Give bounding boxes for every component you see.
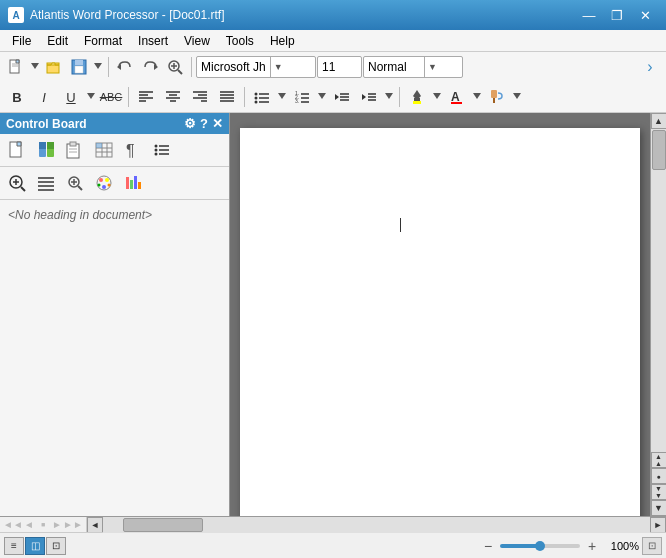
new-dropdown-button[interactable] xyxy=(29,55,41,79)
indent-dropdown[interactable] xyxy=(383,85,395,109)
style-dropdown[interactable]: Normal ▼ xyxy=(363,56,463,78)
horizontal-scrollbar: ◄◄ ◄ ■ ► ►► ◄ ► xyxy=(0,516,666,532)
scroll-left-button[interactable]: ◄ xyxy=(87,517,103,533)
menu-view[interactable]: View xyxy=(176,32,218,50)
align-justify-button[interactable] xyxy=(214,85,240,109)
help-icon[interactable]: ? xyxy=(200,116,208,131)
new-button[interactable] xyxy=(4,55,28,79)
bullets-dropdown[interactable] xyxy=(276,85,288,109)
align-center-button[interactable] xyxy=(160,85,186,109)
cb-clipboard[interactable] xyxy=(61,137,89,163)
redo-button[interactable] xyxy=(138,55,162,79)
numbering-button[interactable]: 1.2.3. xyxy=(289,85,315,109)
font-dropdown-arrow: ▼ xyxy=(270,57,286,77)
cb-find[interactable] xyxy=(61,170,89,196)
menu-file[interactable]: File xyxy=(4,32,39,50)
nav-prev-prev-button[interactable]: ◄◄ xyxy=(4,518,22,532)
cb-list[interactable] xyxy=(148,137,176,163)
font-color-button[interactable]: A xyxy=(444,85,470,109)
cb-lines[interactable] xyxy=(32,170,60,196)
zoom-out-button[interactable]: − xyxy=(479,537,497,555)
style-name: Normal xyxy=(364,60,424,74)
document-area[interactable] xyxy=(230,113,650,516)
nav-next-button[interactable]: ► xyxy=(50,518,64,532)
nav-next-next-button[interactable]: ►► xyxy=(64,518,82,532)
toolbar-container: Microsoft Jh ▼ 11 ▼ Normal ▼ › B I U xyxy=(0,52,666,113)
view-mode-1[interactable]: ≡ xyxy=(4,537,24,555)
undo-button[interactable] xyxy=(113,55,137,79)
align-left-button[interactable] xyxy=(133,85,159,109)
scroll-down-button[interactable]: ▼ xyxy=(651,500,667,516)
highlight-dropdown[interactable] xyxy=(431,85,443,109)
zoom-thumb[interactable] xyxy=(535,541,545,551)
scroll-center[interactable]: ● xyxy=(651,468,667,484)
menu-format[interactable]: Format xyxy=(76,32,130,50)
cb-paragraph[interactable]: ¶ xyxy=(119,137,147,163)
settings-icon[interactable]: ⚙ xyxy=(184,116,196,131)
highlight-button[interactable] xyxy=(404,85,430,109)
find-replace-button[interactable] xyxy=(163,55,187,79)
zoom-slider[interactable] xyxy=(500,544,580,548)
svg-text:A: A xyxy=(451,90,460,104)
indent-decrease-button[interactable] xyxy=(329,85,355,109)
svg-rect-69 xyxy=(39,142,46,149)
cb-zoom[interactable] xyxy=(3,170,31,196)
underline-button[interactable]: U xyxy=(58,85,84,109)
svg-marker-56 xyxy=(413,90,421,98)
numbering-dropdown[interactable] xyxy=(316,85,328,109)
menu-help[interactable]: Help xyxy=(262,32,303,50)
cb-bookmark[interactable] xyxy=(32,137,60,163)
separator-4 xyxy=(244,87,245,107)
scroll-page-down[interactable]: ▼▼ xyxy=(651,484,667,500)
font-dropdown[interactable]: Microsoft Jh ▼ xyxy=(196,56,316,78)
cb-palette[interactable] xyxy=(90,170,118,196)
h-scroll-thumb[interactable] xyxy=(123,518,203,532)
open-button[interactable] xyxy=(42,55,66,79)
view-mode-2[interactable]: ◫ xyxy=(25,537,45,555)
scroll-thumb[interactable] xyxy=(652,130,666,170)
scroll-track[interactable] xyxy=(651,129,666,452)
font-color-dropdown[interactable] xyxy=(471,85,483,109)
nav-stop-button[interactable]: ■ xyxy=(36,518,50,532)
bold-button[interactable]: B xyxy=(4,85,30,109)
zoom-in-button[interactable]: + xyxy=(583,537,601,555)
cb-table[interactable] xyxy=(90,137,118,163)
bullets-button[interactable] xyxy=(249,85,275,109)
separator-1 xyxy=(108,57,109,77)
svg-marker-62 xyxy=(473,93,481,99)
save-button[interactable] xyxy=(67,55,91,79)
menu-insert[interactable]: Insert xyxy=(130,32,176,50)
cb-close-icon[interactable]: ✕ xyxy=(212,116,223,131)
paint-format-button[interactable] xyxy=(484,85,510,109)
svg-text:¶: ¶ xyxy=(126,142,135,159)
underline-dropdown[interactable] xyxy=(85,85,97,109)
cb-bars[interactable] xyxy=(119,170,147,196)
control-board-toolbar-1: ¶ xyxy=(0,134,229,167)
menu-tools[interactable]: Tools xyxy=(218,32,262,50)
page-fit-button[interactable]: ⊡ xyxy=(642,537,662,555)
menu-edit[interactable]: Edit xyxy=(39,32,76,50)
view-mode-3[interactable]: ⊡ xyxy=(46,537,66,555)
svg-rect-8 xyxy=(75,66,83,73)
scroll-right-button[interactable]: ► xyxy=(650,517,666,533)
minimize-button[interactable]: — xyxy=(576,5,602,25)
italic-button[interactable]: I xyxy=(31,85,57,109)
save-dropdown[interactable] xyxy=(92,55,104,79)
strikethrough-button[interactable]: ABC xyxy=(98,85,124,109)
h-scroll-track[interactable] xyxy=(103,517,650,533)
cb-new-doc[interactable] xyxy=(3,137,31,163)
scroll-page-up[interactable]: ▲▲ xyxy=(651,452,667,468)
restore-button[interactable]: ❐ xyxy=(604,5,630,25)
toolbar-row-1: Microsoft Jh ▼ 11 ▼ Normal ▼ › xyxy=(0,52,666,82)
close-button[interactable]: ✕ xyxy=(632,5,658,25)
align-right-button[interactable] xyxy=(187,85,213,109)
paint-format-dropdown[interactable] xyxy=(511,85,523,109)
nav-prev-button[interactable]: ◄ xyxy=(22,518,36,532)
title-bar: A Atlantis Word Processor - [Doc01.rtf] … xyxy=(0,0,666,30)
scroll-up-button[interactable]: ▲ xyxy=(651,113,667,129)
indent-increase-button[interactable] xyxy=(356,85,382,109)
document-page[interactable] xyxy=(240,128,640,516)
control-board-toolbar-2 xyxy=(0,167,229,200)
toolbar-expand-right[interactable]: › xyxy=(638,55,662,79)
size-dropdown[interactable]: 11 ▼ xyxy=(317,56,362,78)
